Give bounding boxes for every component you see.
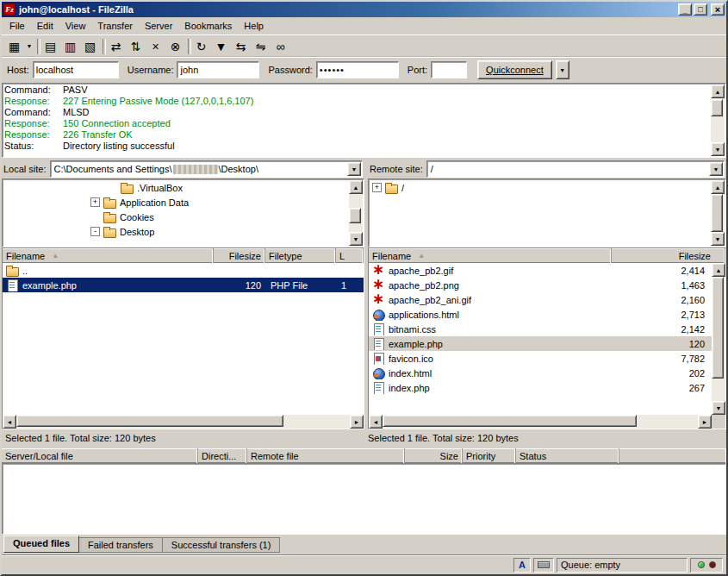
port-input[interactable] (431, 61, 467, 78)
tree-item[interactable]: + / (369, 180, 710, 195)
column-header-filename[interactable]: Filename ▲ (3, 248, 214, 263)
column-header-remote-file[interactable]: Remote file (247, 448, 405, 463)
expand-toggle[interactable]: - (90, 227, 100, 236)
scrollbar-thumb[interactable] (711, 194, 723, 232)
cancel-operation-button[interactable]: × (146, 37, 165, 56)
directory-comparison-button[interactable]: ⇆ (231, 37, 251, 56)
synchronized-browsing-button[interactable]: ⇋ (251, 37, 271, 56)
file-row[interactable]: bitnami.css 2,142 (369, 322, 712, 336)
menu-item[interactable]: Server (139, 18, 178, 34)
file-row[interactable]: example.php 120 PHP File 1 (3, 278, 364, 292)
column-header-filesize[interactable]: Filesize (612, 248, 725, 263)
expand-toggle[interactable]: + (372, 183, 382, 192)
toggle-message-log-button[interactable]: ▤ (40, 37, 60, 56)
queue-tab[interactable]: Successful transfers (1) (163, 537, 281, 553)
local-horizontal-scrollbar[interactable]: ◄ ► (3, 415, 364, 429)
scrollbar-thumb[interactable] (349, 208, 361, 223)
scroll-right-icon[interactable]: ► (698, 415, 712, 429)
expand-toggle[interactable]: + (90, 197, 100, 207)
menu-item[interactable]: Help (238, 18, 270, 34)
file-row[interactable]: index.php 267 (369, 380, 712, 395)
quickconnect-dropdown-button[interactable]: ▼ (556, 60, 569, 79)
file-row[interactable]: favicon.ico 7,782 (369, 351, 712, 366)
toolbar-separator[interactable] (34, 38, 40, 55)
column-header-filename[interactable]: Filename ▲ (369, 248, 612, 263)
find-files-button[interactable]: ∞ (271, 37, 290, 56)
log-vertical-scrollbar[interactable]: ▲ ▼ (711, 85, 725, 156)
file-row[interactable]: apache_pb2.png 1,463 (369, 278, 712, 292)
toggle-directory-trees-button[interactable]: ▥ (60, 37, 80, 56)
scroll-left-icon[interactable]: ◄ (3, 415, 16, 429)
titlebar[interactable]: Fz john@localhost - FileZilla _ □ × (2, 2, 726, 17)
remote-site-combobox[interactable]: / ▼ (426, 160, 725, 178)
scroll-down-icon[interactable]: ▼ (711, 142, 725, 156)
scroll-right-icon[interactable]: ► (350, 415, 364, 429)
column-header-priority[interactable]: Priority (463, 448, 516, 463)
scroll-down-icon[interactable]: ▼ (711, 232, 725, 246)
scroll-up-icon[interactable]: ▲ (349, 180, 363, 194)
scroll-down-icon[interactable]: ▼ (349, 232, 363, 246)
scroll-up-icon[interactable]: ▲ (711, 180, 725, 194)
remote-file-list[interactable]: apache_pb2.gif 2,414 apache_pb2.png 1,46… (369, 263, 712, 415)
expand-toggle[interactable] (90, 212, 100, 222)
remote-horizontal-scrollbar[interactable]: ◄ ► (369, 415, 712, 429)
scroll-down-icon[interactable]: ▼ (712, 401, 725, 415)
maximize-button[interactable]: □ (694, 3, 707, 16)
remote-tree-vertical-scrollbar[interactable]: ▲ ▼ (711, 180, 725, 246)
host-input[interactable] (33, 61, 119, 78)
file-row[interactable]: example.php 120 (369, 336, 712, 351)
remote-vertical-scrollbar[interactable]: ▲ ▼ (712, 263, 725, 415)
process-queue-button[interactable]: ⇅ (126, 37, 146, 56)
column-header-server-local-file[interactable]: Server/Local file (2, 448, 198, 463)
expand-toggle[interactable] (108, 183, 117, 192)
local-site-dropdown-button[interactable]: ▼ (347, 162, 361, 176)
menu-item[interactable]: Transfer (91, 18, 139, 34)
directory-listing-filters-button[interactable]: ▼ (211, 37, 231, 56)
password-input[interactable] (316, 61, 399, 78)
close-button[interactable]: × (711, 3, 725, 16)
column-header-status[interactable]: Status (516, 448, 619, 463)
column-header-last-modified[interactable]: L (336, 248, 364, 263)
quickconnect-button[interactable]: Quickconnect (477, 60, 552, 79)
transfer-type-indicator[interactable]: A (513, 558, 531, 573)
file-row[interactable]: apache_pb2_ani.gif 2,160 (369, 292, 712, 307)
file-row[interactable]: .. (3, 263, 364, 278)
menu-item[interactable]: Bookmarks (178, 18, 238, 34)
remote-site-dropdown-button[interactable]: ▼ (709, 162, 723, 176)
file-row[interactable]: index.html 202 (369, 366, 712, 380)
menu-item[interactable]: Edit (31, 18, 59, 34)
toolbar-separator[interactable] (100, 38, 106, 55)
tree-item[interactable]: Cookies (3, 210, 348, 224)
refresh-button[interactable]: ⇄ (106, 37, 126, 56)
scroll-up-icon[interactable]: ▲ (711, 85, 725, 98)
column-header-filesize[interactable]: Filesize (214, 248, 265, 263)
scrollbar-thumb[interactable] (16, 415, 283, 427)
reconnect-button[interactable]: ↻ (191, 37, 211, 56)
tree-item[interactable]: + Application Data (3, 195, 348, 210)
queue-list[interactable] (2, 463, 726, 535)
file-row[interactable]: apache_pb2.gif 2,414 (369, 263, 712, 278)
scrollbar-thumb[interactable] (711, 99, 723, 116)
column-header-filetype[interactable]: Filetype (265, 248, 336, 263)
scroll-left-icon[interactable]: ◄ (369, 415, 383, 429)
menu-item[interactable]: File (3, 18, 31, 34)
local-file-list[interactable]: .. example.php 120 PHP File (3, 263, 364, 415)
toggle-transfer-queue-button[interactable]: ▧ (80, 37, 100, 56)
toolbar-separator[interactable] (185, 38, 191, 55)
minimize-button[interactable]: _ (678, 3, 692, 16)
scrollbar-thumb[interactable] (712, 277, 724, 379)
disconnect-button[interactable]: ⊗ (165, 37, 185, 56)
menu-item[interactable]: View (59, 18, 92, 34)
queue-tab[interactable]: Failed transfers (79, 537, 163, 553)
binary-mode-icon[interactable] (533, 558, 554, 573)
tree-item[interactable]: .VirtualBox (3, 180, 348, 195)
tree-item[interactable]: - Desktop (3, 224, 348, 239)
file-row[interactable]: applications.html 2,713 (369, 307, 712, 322)
site-manager-button[interactable]: ▦ (4, 37, 24, 56)
column-header-size[interactable]: Size (405, 448, 463, 463)
queue-tab[interactable]: Queued files (3, 535, 79, 553)
scroll-up-icon[interactable]: ▲ (712, 263, 725, 277)
username-input[interactable] (177, 61, 259, 78)
local-tree-vertical-scrollbar[interactable]: ▲ ▼ (349, 180, 363, 246)
column-header-direction[interactable]: Directi... (198, 448, 247, 463)
